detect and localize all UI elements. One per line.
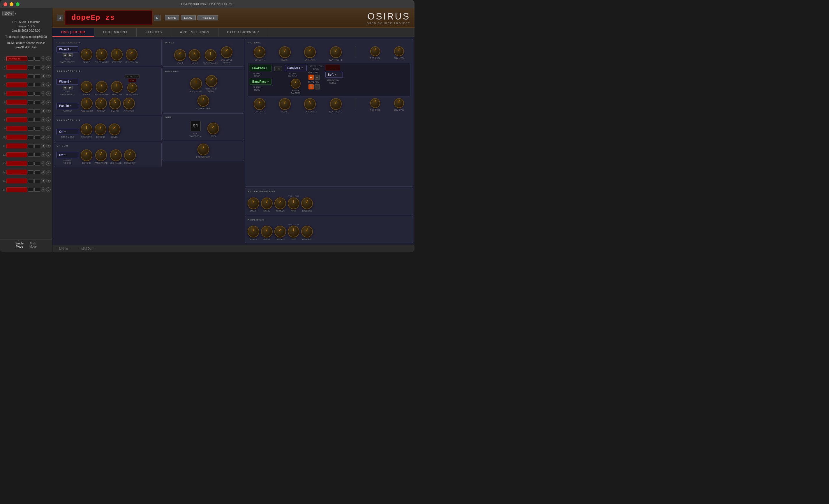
channel-row[interactable]: 6 ↺⊙: [0, 98, 52, 107]
env2-plus-btn[interactable]: +: [309, 84, 314, 89]
osc2-pw-knob[interactable]: [96, 81, 107, 93]
env1-vel-knob[interactable]: [394, 46, 404, 56]
reso2-knob[interactable]: [279, 98, 291, 110]
tab-osc-filter[interactable]: OSC | FILTER: [52, 28, 95, 37]
channel-ctrl-box[interactable]: [28, 57, 34, 61]
channel-bar[interactable]: [6, 65, 27, 70]
cutoff2-knob[interactable]: [254, 98, 265, 110]
reso1-knob[interactable]: [279, 46, 291, 58]
osc1-semitone-knob[interactable]: [111, 49, 122, 60]
keytrack2-knob[interactable]: [330, 98, 342, 110]
amp-decay-knob[interactable]: [261, 226, 273, 238]
amp-sustain-knob[interactable]: [275, 226, 286, 238]
channel-row[interactable]: 4 ↺⊙: [0, 80, 52, 89]
channel-row[interactable]: 12 ↺⊙: [0, 150, 52, 159]
close-button[interactable]: [3, 2, 7, 6]
unison-pan-spread-knob[interactable]: [95, 149, 107, 161]
channel-row[interactable]: 9 ↺⊙: [0, 124, 52, 133]
tab-patch-browser[interactable]: PATCH BROWSER: [218, 28, 268, 37]
sync-button[interactable]: SYNC 2 > 1: [125, 75, 140, 78]
fenv-sustain-knob[interactable]: [275, 197, 286, 209]
ringmod-noise-color-knob[interactable]: [197, 95, 209, 107]
channel-row[interactable]: 2 ↺⊙: [0, 63, 52, 72]
unison-voices-dropdown[interactable]: Off ▾: [57, 152, 78, 158]
env2-amt-knob[interactable]: [304, 98, 316, 110]
save-button[interactable]: SAVE: [165, 15, 179, 21]
env1-minus-btn[interactable]: −: [315, 75, 320, 80]
channel-row[interactable]: 1 dopeEp zs ↺ ⊙: [0, 54, 52, 63]
osc1-keyfollow-knob[interactable]: [126, 49, 138, 60]
cutoff1-knob[interactable]: [254, 46, 265, 58]
tab-effects[interactable]: EFFECTS: [137, 28, 171, 37]
channel-row[interactable]: 15 ↺⊙: [0, 177, 52, 185]
osc3-detune-knob[interactable]: [95, 123, 106, 135]
channel-row[interactable]: 3 ↺⊙: [0, 72, 52, 80]
unison-detune-knob[interactable]: [81, 149, 92, 161]
osc2-fm-amount-knob[interactable]: [81, 98, 93, 109]
osc3-semitone-knob[interactable]: [81, 123, 92, 135]
minimize-button[interactable]: [10, 2, 13, 6]
mixer-osc2-knob[interactable]: [189, 49, 201, 61]
zoom-arrow[interactable]: ▾: [15, 12, 16, 15]
nav-left-button[interactable]: ◀: [57, 15, 63, 21]
osc2-env-osc2-knob[interactable]: [123, 98, 135, 109]
osc2-wave-next[interactable]: ▶: [68, 86, 73, 89]
channel-row[interactable]: 7 ↺⊙: [0, 107, 52, 115]
single-mode-button[interactable]: Single Mode: [15, 242, 24, 248]
channel-row[interactable]: 11 ↺⊙: [0, 142, 52, 150]
zoom-control[interactable]: 100% ▾: [0, 10, 52, 17]
amp-time-knob[interactable]: [288, 226, 299, 238]
osc2-semitone-knob[interactable]: [111, 81, 122, 93]
channel-row[interactable]: 14 ↺⊙: [0, 168, 52, 177]
keytrack1-knob[interactable]: [330, 46, 342, 58]
channel-row[interactable]: 16 ↺⊙: [0, 185, 52, 194]
osc2-env-fm-knob[interactable]: [109, 98, 121, 109]
filter-balance-knob[interactable]: [291, 79, 300, 88]
channel-row[interactable]: 8 ↺⊙: [0, 115, 52, 124]
ringmod-ring-mod-level-knob[interactable]: [206, 75, 217, 87]
channel-bar[interactable]: dopeEp zs: [6, 56, 27, 61]
osc2-wave-prev[interactable]: ◀: [63, 86, 67, 89]
channel-power-btn[interactable]: ↺: [41, 56, 45, 61]
osc2-wave-select[interactable]: Wave 9 ▾: [57, 79, 78, 85]
osc2-shape-knob[interactable]: [81, 81, 92, 93]
sub-level-knob[interactable]: [207, 123, 219, 134]
channel-ctrl-box[interactable]: [34, 57, 40, 61]
mixer-osc-level-knob[interactable]: [221, 46, 232, 58]
tab-arp-settings[interactable]: ARP | SETTINGS: [171, 28, 218, 37]
channel-mute-btn[interactable]: ⊙: [46, 56, 51, 61]
saturation-curve-dropdown[interactable]: Soft ▾: [325, 72, 343, 78]
channel-bar[interactable]: [6, 74, 27, 78]
zoom-level[interactable]: 100%: [2, 11, 14, 16]
multi-mode-button[interactable]: Multi Mode: [29, 242, 37, 248]
unison-phase-init-knob[interactable]: [124, 149, 136, 161]
osc2-detune-knob[interactable]: [95, 98, 107, 109]
osc1-wave-next[interactable]: ▶: [68, 53, 73, 57]
osc1-wave-select[interactable]: Wave 9 ▾: [57, 46, 78, 52]
env2-vel-knob[interactable]: [394, 98, 404, 108]
tab-lfo-matrix[interactable]: LFO | MATRIX: [95, 28, 137, 37]
presets-button[interactable]: PRESETS: [197, 15, 218, 21]
osc2-fm-mode-dropdown[interactable]: Pos-Tri ▾: [57, 103, 78, 109]
osc3-mode-dropdown[interactable]: Off ▾: [57, 129, 78, 135]
res2-vel-knob[interactable]: [370, 98, 380, 108]
env1-amt-knob[interactable]: [304, 46, 316, 58]
channel-row[interactable]: 5 ↺⊙: [0, 89, 52, 98]
window-controls[interactable]: [3, 2, 20, 6]
filter2-mode-dropdown[interactable]: BandPass ▾: [250, 79, 272, 85]
mixer-osc1-knob[interactable]: [174, 49, 186, 61]
osc1-pw-knob[interactable]: [96, 49, 107, 60]
fenv-release-knob[interactable]: [301, 197, 313, 209]
channel-row[interactable]: 13 ↺⊙: [0, 159, 52, 168]
osc1-wave-prev[interactable]: ◀: [63, 53, 67, 57]
osc1-shape-knob[interactable]: [81, 49, 92, 60]
filter1-mode-dropdown[interactable]: LowPass ▾: [250, 65, 272, 71]
osc3-level-knob[interactable]: [109, 123, 120, 135]
unison-lfo-phase-knob[interactable]: [110, 149, 122, 161]
ringmod-noise-level-knob[interactable]: [190, 78, 202, 89]
amp-release-knob[interactable]: [301, 226, 313, 238]
env1-plus-btn[interactable]: +: [309, 75, 314, 80]
nav-right-button[interactable]: ▶: [154, 15, 160, 21]
osc2-keyfollow-knob[interactable]: [127, 83, 137, 93]
load-button[interactable]: LOAD: [181, 15, 196, 21]
